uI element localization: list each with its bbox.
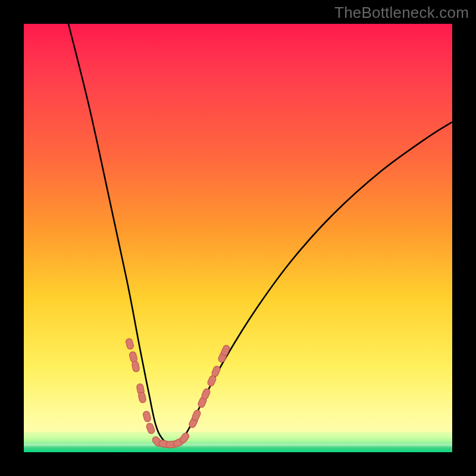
plot-area (24, 24, 452, 452)
marker-point (125, 338, 134, 350)
marker-point (138, 392, 147, 403)
curve-svg (24, 24, 452, 452)
watermark-text: TheBottleneck.com (334, 4, 469, 22)
bottleneck-curve (68, 24, 452, 444)
marker-point (131, 361, 140, 372)
chart-frame: TheBottleneck.com (0, 0, 476, 476)
marker-point (142, 411, 151, 422)
marker-point (146, 422, 156, 435)
